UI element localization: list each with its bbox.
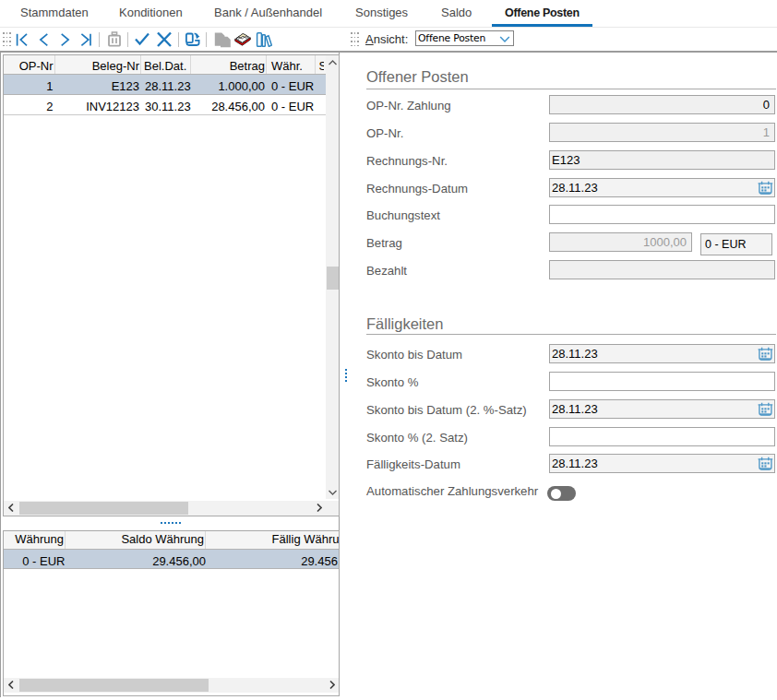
tab-bank-aussenhandel[interactable]: Bank / Außenhandel: [201, 0, 335, 27]
skonto-prozent2-field[interactable]: [549, 427, 775, 446]
scrollbar-thumb[interactable]: [19, 679, 209, 692]
column-header[interactable]: Fällig Währung: [206, 531, 339, 549]
column-header[interactable]: Währ.: [267, 55, 316, 74]
detail-panel: Offener Posten OP-Nr. Zahlung 0 OP-Nr. 1…: [341, 52, 777, 700]
table-cell: 28.11.23: [141, 75, 191, 94]
toolbar-grip[interactable]: [3, 32, 12, 47]
vertical-splitter-handle[interactable]: [345, 369, 347, 384]
calendar-icon[interactable]: [758, 347, 772, 362]
copy-icon[interactable]: [212, 30, 229, 47]
field-label: Automatischer Zahlungsverkehr: [366, 484, 538, 498]
bezahlt-field: [549, 260, 775, 279]
journals-icon[interactable]: [256, 30, 272, 47]
scroll-right-arrow[interactable]: [312, 501, 326, 515]
last-record-icon[interactable]: [78, 31, 95, 48]
tab-bar: Stammdaten Konditionen Bank / Außenhande…: [0, 0, 777, 28]
vertical-scrollbar[interactable]: [326, 55, 339, 499]
column-header[interactable]: Bel.Dat.: [141, 55, 191, 74]
scroll-left-arrow[interactable]: [4, 678, 18, 692]
next-record-icon[interactable]: [56, 31, 73, 48]
toolbar-separator: [178, 32, 179, 47]
column-header[interactable]: Währung: [4, 531, 66, 549]
buchungstext-field[interactable]: [549, 205, 775, 224]
table-cell: 0 - EUR: [267, 95, 316, 114]
table-row[interactable]: 1 E123 28.11.23 1.000,00 0 - EUR: [4, 75, 326, 95]
skonto-bis-datum2-field[interactable]: 28.11.23: [549, 399, 775, 419]
toolbar-separator: [99, 32, 100, 47]
table-cell: 30.11.23: [141, 95, 191, 114]
calendar-icon[interactable]: [758, 181, 772, 196]
table-cell: E123: [55, 75, 142, 94]
zahlungsverkehr-toggle[interactable]: [547, 486, 576, 501]
card-index-icon[interactable]: [234, 32, 251, 49]
tab-stammdaten[interactable]: Stammdaten: [7, 0, 102, 27]
table-cell: 1: [4, 75, 55, 94]
section-heading-faelligkeiten: Fälligkeiten: [366, 314, 443, 333]
delete-icon[interactable]: [107, 30, 124, 47]
saldo-table: Währung Saldo Währung Fällig Währung 0 -…: [3, 530, 340, 696]
post-icon[interactable]: [183, 30, 199, 47]
table-cell: 0 - EUR: [267, 75, 316, 94]
scroll-left-arrow[interactable]: [4, 501, 18, 515]
previous-record-icon[interactable]: [36, 31, 53, 48]
column-header[interactable]: Beleg-Nr: [55, 55, 142, 74]
confirm-icon[interactable]: [134, 31, 150, 48]
column-header[interactable]: Saldo Währung: [66, 531, 207, 549]
field-label: Skonto % (2. Satz): [366, 431, 468, 445]
skonto-prozent-field[interactable]: [549, 372, 775, 391]
left-panel-border: [0, 53, 1, 697]
table-row[interactable]: 0 - EUR 29.456,00 29.456,00: [4, 550, 339, 569]
scroll-down-arrow[interactable]: [326, 485, 340, 499]
op-nr-zahlung-field: 0: [549, 95, 775, 114]
scroll-right-arrow[interactable]: [325, 678, 339, 692]
horizontal-scrollbar[interactable]: [4, 501, 326, 516]
toolbar-separator: [206, 32, 207, 47]
calendar-icon[interactable]: [758, 402, 772, 417]
scrollbar-thumb[interactable]: [19, 502, 188, 515]
table-row[interactable]: 2 INV12123 30.11.23 28.456,00 0 - EUR: [4, 95, 326, 115]
skonto-bis-datum-field[interactable]: 28.11.23: [549, 344, 775, 363]
betrag-currency-select[interactable]: 0 - EUR: [700, 233, 772, 255]
scroll-up-arrow[interactable]: [326, 55, 340, 69]
section-rule: [366, 89, 776, 89]
calendar-icon[interactable]: [758, 457, 772, 471]
table-cell: 29.456,00: [66, 550, 207, 568]
scrollbar-thumb[interactable]: [327, 267, 339, 290]
tab-offene-posten[interactable]: Offene Posten: [492, 0, 592, 27]
column-header[interactable]: Betrag: [191, 55, 268, 74]
field-label: Buchungstext: [366, 208, 440, 222]
field-label: Rechnungs-Nr.: [366, 154, 448, 168]
horizontal-scrollbar[interactable]: [4, 678, 339, 693]
table-cell: 0 - EUR: [4, 550, 66, 568]
field-label: OP-Nr.: [366, 126, 403, 140]
tab-sonstiges[interactable]: Sonstiges: [342, 0, 421, 27]
table-cell: INV12123: [55, 95, 142, 114]
betrag-field: 1000,00: [549, 232, 692, 252]
view-toolbar-grip[interactable]: [351, 32, 360, 47]
tab-konditionen[interactable]: Konditionen: [106, 0, 196, 27]
field-label: Skonto %: [366, 375, 418, 389]
toggle-knob: [551, 489, 561, 499]
saldo-header: Währung Saldo Währung Fällig Währung: [4, 531, 339, 550]
view-select-value: Offene Posten: [418, 32, 485, 44]
section-heading-offener-posten: Offener Posten: [366, 67, 469, 86]
cancel-icon[interactable]: [156, 31, 173, 48]
op-nr-field: 1: [549, 123, 775, 142]
first-record-icon[interactable]: [14, 31, 30, 48]
tab-saldo[interactable]: Saldo: [428, 0, 484, 27]
scrollbar-corner: [326, 501, 339, 516]
field-label: Rechnungs-Datum: [366, 182, 468, 196]
column-header[interactable]: S: [316, 55, 325, 74]
field-label: Skonto bis Datum: [366, 348, 462, 362]
field-label: OP-Nr. Zahlung: [366, 99, 451, 113]
view-select[interactable]: Offene Posten: [415, 30, 514, 46]
faelligkeits-datum-field[interactable]: 28.11.23: [549, 454, 775, 473]
table-cell: 1.000,00: [191, 75, 268, 94]
open-items-table: OP-Nr Beleg-Nr Bel.Dat. Betrag Währ. S 1…: [3, 54, 340, 516]
column-header[interactable]: OP-Nr: [4, 55, 55, 74]
rechnungs-datum-field[interactable]: 28.11.23: [549, 178, 775, 197]
toolbar-separator: [127, 32, 128, 47]
horizontal-splitter-handle[interactable]: [161, 522, 183, 524]
open-items-header: OP-Nr Beleg-Nr Bel.Dat. Betrag Währ. S: [4, 55, 326, 75]
table-cell: 28.456,00: [191, 95, 268, 114]
